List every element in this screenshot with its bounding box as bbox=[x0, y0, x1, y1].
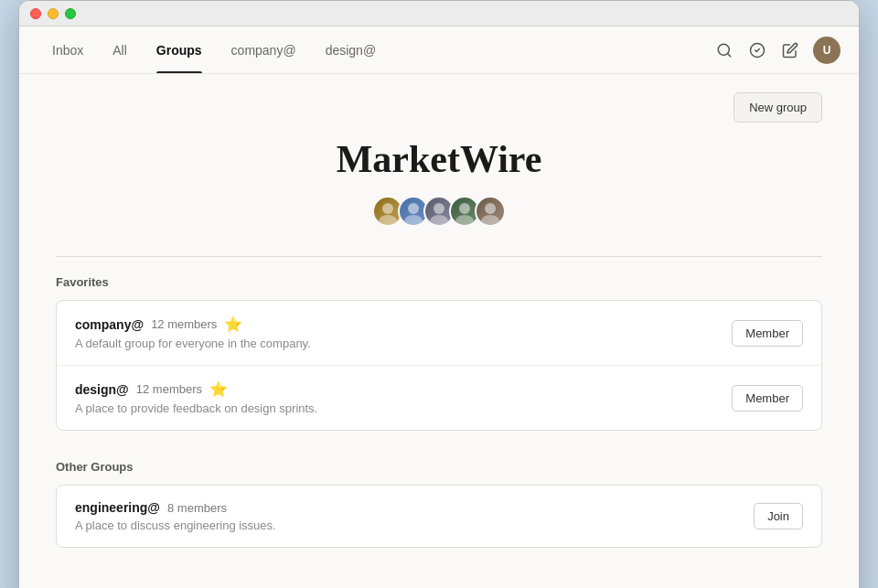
tab-all[interactable]: All bbox=[98, 27, 142, 73]
action-row: New group bbox=[56, 92, 822, 123]
nav-tabs: Inbox All Groups company@ design@ bbox=[37, 27, 714, 73]
star-icon-company[interactable]: ⭐ bbox=[224, 315, 242, 333]
tab-design[interactable]: design@ bbox=[311, 27, 391, 73]
nav-actions: U bbox=[714, 37, 841, 64]
group-name-design: design@ bbox=[75, 382, 129, 397]
tab-company[interactable]: company@ bbox=[217, 27, 311, 73]
group-name-company: company@ bbox=[75, 317, 144, 332]
minimize-button[interactable] bbox=[48, 8, 59, 19]
join-button-engineering[interactable]: Join bbox=[754, 503, 803, 529]
group-name-row-design: design@ 12 members ⭐ bbox=[75, 380, 732, 398]
main-content: New group MarketWire bbox=[19, 74, 859, 588]
member-count-company: 12 members bbox=[151, 317, 217, 331]
svg-point-7 bbox=[434, 203, 444, 214]
group-item-design: design@ 12 members ⭐ A place to provide … bbox=[57, 366, 821, 430]
svg-point-9 bbox=[459, 203, 470, 214]
user-avatar[interactable]: U bbox=[813, 37, 841, 64]
group-info-company: company@ 12 members ⭐ A default group fo… bbox=[75, 315, 732, 350]
group-name-engineering: engineering@ bbox=[75, 500, 160, 515]
search-icon[interactable] bbox=[714, 40, 734, 60]
svg-point-4 bbox=[379, 215, 397, 225]
member-count-engineering: 8 members bbox=[167, 501, 227, 515]
other-groups-list: engineering@ 8 members A place to discus… bbox=[56, 485, 822, 548]
svg-line-1 bbox=[727, 53, 730, 56]
new-group-button[interactable]: New group bbox=[733, 92, 822, 123]
group-info-engineering: engineering@ 8 members A place to discus… bbox=[75, 500, 754, 532]
group-desc-engineering: A place to discuss engineering issues. bbox=[75, 519, 754, 532]
section-divider-1 bbox=[56, 256, 822, 257]
group-header: MarketWire bbox=[56, 137, 822, 227]
compose-icon[interactable] bbox=[780, 40, 800, 60]
group-info-design: design@ 12 members ⭐ A place to provide … bbox=[75, 380, 732, 415]
top-nav: Inbox All Groups company@ design@ bbox=[19, 27, 859, 74]
member-button-company[interactable]: Member bbox=[732, 320, 803, 347]
group-name-row-company: company@ 12 members ⭐ bbox=[75, 315, 732, 333]
group-item-engineering: engineering@ 8 members A place to discus… bbox=[57, 486, 821, 547]
other-groups-label: Other Groups bbox=[56, 460, 822, 474]
svg-point-6 bbox=[404, 215, 423, 225]
app-window: Inbox All Groups company@ design@ bbox=[18, 0, 860, 588]
member-avatars bbox=[56, 196, 822, 227]
maximize-button[interactable] bbox=[65, 8, 76, 19]
member-button-design[interactable]: Member bbox=[732, 385, 803, 412]
group-item-company: company@ 12 members ⭐ A default group fo… bbox=[57, 301, 821, 366]
svg-point-8 bbox=[430, 215, 448, 225]
favorites-label: Favorites bbox=[56, 275, 822, 289]
favorites-list: company@ 12 members ⭐ A default group fo… bbox=[56, 300, 822, 431]
tab-inbox[interactable]: Inbox bbox=[37, 27, 98, 73]
member-count-design: 12 members bbox=[136, 382, 202, 396]
svg-point-5 bbox=[408, 203, 419, 214]
group-title: MarketWire bbox=[56, 137, 822, 181]
member-avatar-5 bbox=[475, 196, 506, 227]
svg-point-12 bbox=[481, 215, 499, 225]
close-button[interactable] bbox=[30, 8, 41, 19]
group-desc-company: A default group for everyone in the comp… bbox=[75, 337, 732, 350]
check-circle-icon[interactable] bbox=[747, 40, 767, 60]
title-bar bbox=[19, 1, 859, 27]
svg-point-10 bbox=[455, 215, 474, 225]
star-icon-design[interactable]: ⭐ bbox=[209, 380, 228, 398]
tab-groups[interactable]: Groups bbox=[142, 27, 217, 73]
group-desc-design: A place to provide feedback on design sp… bbox=[75, 401, 732, 415]
svg-point-3 bbox=[382, 203, 393, 214]
svg-point-11 bbox=[485, 203, 496, 214]
group-name-row-engineering: engineering@ 8 members bbox=[75, 500, 754, 515]
